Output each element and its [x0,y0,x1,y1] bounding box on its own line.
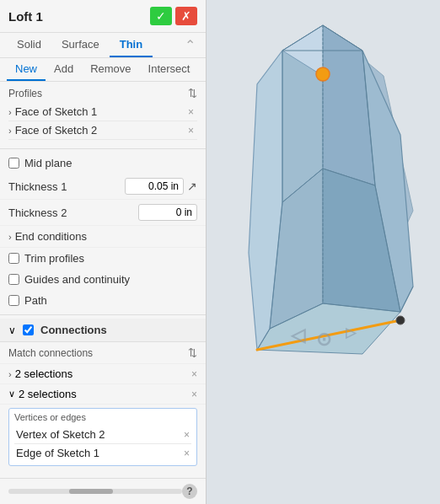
profiles-label: Profiles ⇅ [8,87,197,99]
vertex-2-close[interactable]: × [184,448,190,459]
selection2-chevron-down: ∨ [8,389,15,399]
cancel-button[interactable]: ✗ [175,7,197,25]
panel-scroll-area: Profiles ⇅ › Face of Sketch 1 × › Face o… [0,82,206,478]
sort-icon[interactable]: ⇅ [188,87,197,99]
selection-row-1[interactable]: › 2 selections × [0,364,206,384]
action-tabs: New Add Remove Intersect [0,58,206,82]
guides-checkbox[interactable] [8,274,19,285]
profile-1-close[interactable]: × [188,106,194,118]
profiles-section: Profiles ⇅ › Face of Sketch 1 × › Face o… [0,82,206,145]
vertices-label: Vertices or edges [14,412,191,422]
trim-profiles-label[interactable]: Trim profiles [24,252,84,265]
thickness1-input[interactable] [125,178,184,195]
3d-viewport[interactable]: ◁ ⊙ ▷ [207,0,440,504]
match-connections-label: Match connections [8,347,93,359]
panel-footer: ? [0,478,206,504]
path-row: Path [0,290,206,311]
type-tabs: Solid Surface Thin ⌃ [0,33,206,58]
svg-text:⊙: ⊙ [316,329,331,350]
vertices-box: Vertices or edges Vertex of Sketch 2 × E… [8,408,197,466]
3d-scene: ◁ ⊙ ▷ [207,0,440,504]
confirm-button[interactable]: ✓ [150,7,172,25]
tab-new[interactable]: New [7,58,46,81]
thickness1-arrow[interactable]: ↗ [187,180,197,193]
selection-row-2[interactable]: ∨ 2 selections × [0,384,206,405]
mid-plane-checkbox[interactable] [8,158,19,169]
profile-item-2[interactable]: › Face of Sketch 2 × [8,121,197,140]
path-checkbox[interactable] [8,295,19,306]
match-sort-icon[interactable]: ⇅ [188,346,197,359]
selection1-chevron: › [8,369,12,379]
tab-solid[interactable]: Solid [7,33,51,57]
panel-header: Loft 1 ✓ ✗ [0,0,206,33]
guides-continuity-row: Guides and continuity [0,269,206,290]
vertex-1-close[interactable]: × [184,429,190,441]
connections-checkbox[interactable] [23,324,34,335]
end-conditions-row[interactable]: › End conditions [0,226,206,248]
selection1-close[interactable]: × [191,368,197,380]
tab-intersect[interactable]: Intersect [140,58,199,81]
header-buttons: ✓ ✗ [150,7,197,25]
tab-thin[interactable]: Thin [110,33,153,57]
connections-header[interactable]: ∨ Connections [0,319,206,342]
panel-scroll-up[interactable]: ⌃ [185,37,196,53]
connections-chevron: ∨ [8,324,16,336]
vertex-item-1[interactable]: Vertex of Sketch 2 × [14,426,191,444]
help-button[interactable]: ? [182,484,197,499]
vertex-2-label: Edge of Sketch 1 [16,447,99,459]
chevron-icon-1: › [8,107,12,117]
svg-text:◁: ◁ [290,324,306,346]
end-conditions-chevron: › [8,232,12,242]
vertex-1-label: Vertex of Sketch 2 [16,428,105,441]
svg-text:▷: ▷ [346,325,357,340]
trim-profiles-checkbox[interactable] [8,253,19,264]
selection2-close[interactable]: × [191,389,197,400]
chevron-icon-2: › [8,126,12,136]
vertex-item-2[interactable]: Edge of Sketch 1 × [14,444,191,462]
thickness2-input[interactable] [138,204,197,221]
profile-item-1[interactable]: › Face of Sketch 1 × [8,103,197,121]
trim-profiles-row: Trim profiles [0,248,206,269]
path-label[interactable]: Path [24,294,47,307]
profile-2-close[interactable]: × [188,125,194,137]
match-header: Match connections ⇅ [0,342,206,364]
connections-body: Match connections ⇅ › 2 selections × ∨ 2… [0,342,206,473]
loft-panel: Loft 1 ✓ ✗ Solid Surface Thin ⌃ New Add … [0,0,207,504]
thickness1-label: Thickness 1 [8,180,67,193]
mid-plane-row: Mid plane [0,153,206,174]
selection1-label: 2 selections [15,367,73,380]
tab-remove[interactable]: Remove [82,58,139,81]
tab-add[interactable]: Add [46,58,82,81]
tab-surface[interactable]: Surface [51,33,110,57]
selection2-label: 2 selections [19,388,77,400]
thickness1-row: Thickness 1 ↗ [0,174,206,200]
svg-point-27 [396,316,405,324]
thickness2-label: Thickness 2 [8,206,67,219]
scroll-thumb [69,489,113,494]
svg-point-26 [316,67,330,81]
connections-label[interactable]: Connections [40,324,107,336]
mid-plane-label[interactable]: Mid plane [24,157,72,169]
scrollbar[interactable] [8,489,182,494]
guides-label[interactable]: Guides and continuity [24,273,130,286]
end-conditions-label: End conditions [15,230,87,243]
thickness2-row: Thickness 2 [0,200,206,226]
panel-title: Loft 1 [8,9,43,24]
